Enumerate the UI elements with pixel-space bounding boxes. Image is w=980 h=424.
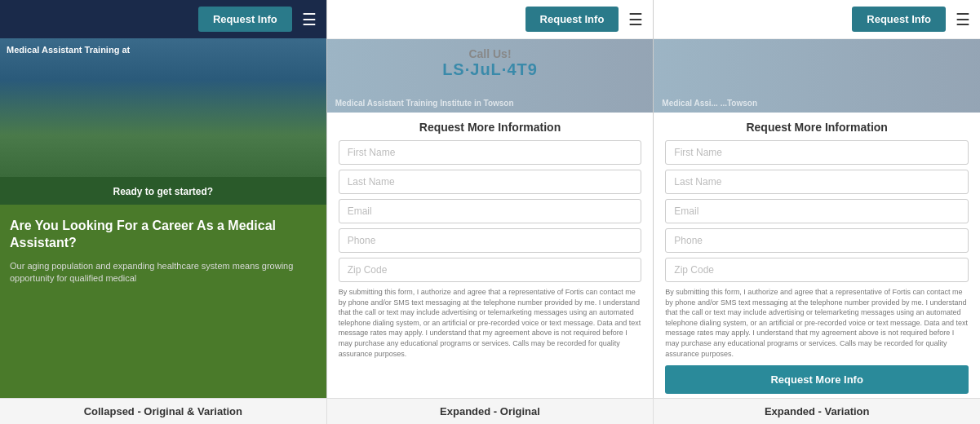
panel2-callus-number: LS·JuL·4T9 xyxy=(442,60,538,79)
panel2-hamburger-icon[interactable]: ☰ xyxy=(628,10,643,29)
panel2-phone[interactable] xyxy=(339,228,642,253)
panel1-silhouette xyxy=(0,38,326,177)
panel-expanded-original: Request Info ☰ Medical Assistant Trainin… xyxy=(327,0,654,398)
panel3-submit-btn[interactable]: Request More Info xyxy=(665,365,969,394)
panel3-hero: Medical Assi... ...Towson xyxy=(654,39,980,113)
panel1-hero-image: Medical Assistant Training at xyxy=(0,38,326,177)
panel2-callus-label: Call Us! xyxy=(442,47,538,60)
panel1-hamburger-icon[interactable]: ☰ xyxy=(302,10,317,29)
panel1-ready-text: Ready to get started? xyxy=(113,186,213,197)
panel3-hamburger-icon[interactable]: ☰ xyxy=(956,10,970,29)
panel2-email[interactable] xyxy=(339,199,642,223)
panel3-topbar: Request Info ☰ xyxy=(654,0,980,39)
panel3-last-name[interactable] xyxy=(665,170,969,194)
panel3-phone[interactable] xyxy=(665,228,969,253)
panel2-form-title: Request More Information xyxy=(339,121,642,134)
panel3-email[interactable] xyxy=(665,199,969,223)
panel3-form-title: Request More Information xyxy=(665,121,969,134)
panel3-zip[interactable] xyxy=(665,258,969,282)
panel1-content: Are You Looking For a Career As a Medica… xyxy=(0,205,326,398)
panel2-disclaimer: By submitting this form, I authorize and… xyxy=(339,287,642,359)
panel1-ready-bar: Ready to get started? xyxy=(0,177,326,205)
panel2-last-name[interactable] xyxy=(339,170,642,194)
panel3-first-name[interactable] xyxy=(665,140,969,165)
label-expanded-original: Expanded - Original xyxy=(327,399,654,424)
panel1-heading: Are You Looking For a Career As a Medica… xyxy=(10,218,317,252)
panel3-disclaimer: By submitting this form, I authorize and… xyxy=(665,287,969,359)
panel1-hero-title: Medical Assistant Training at xyxy=(7,45,268,55)
panel1-body: Our aging population and expanding healt… xyxy=(10,260,317,285)
panel1-request-btn[interactable]: Request Info xyxy=(198,7,292,32)
panel2-topbar: Request Info ☰ xyxy=(327,0,654,39)
panel3-form: Request More Information By submitting t… xyxy=(654,113,980,398)
panel1-topbar: Request Info ☰ xyxy=(0,0,326,38)
panel2-zip[interactable] xyxy=(339,258,642,282)
panel3-request-btn[interactable]: Request Info xyxy=(852,7,946,32)
labels-row: Collapsed - Original & Variation Expande… xyxy=(0,398,980,424)
panel3-hero-title: Medical Assi... ...Towson xyxy=(662,99,972,108)
panel2-first-name[interactable] xyxy=(339,140,642,165)
panel2-request-btn[interactable]: Request Info xyxy=(525,7,619,32)
panel2-hero-title: Medical Assistant Training Institute in … xyxy=(335,99,645,108)
panel2-form: Request More Information By submitting t… xyxy=(327,113,654,398)
label-expanded-variation: Expanded - Variation xyxy=(654,399,980,424)
label-collapsed: Collapsed - Original & Variation xyxy=(0,399,327,424)
panel2-callus-overlay: Call Us! LS·JuL·4T9 xyxy=(442,47,538,79)
panel-expanded-variation: Request Info ☰ Medical Assi... ...Towson… xyxy=(654,0,980,398)
panel-collapsed: Request Info ☰ Medical Assistant Trainin… xyxy=(0,0,327,398)
panel2-hero: Medical Assistant Training Institute in … xyxy=(327,39,654,113)
